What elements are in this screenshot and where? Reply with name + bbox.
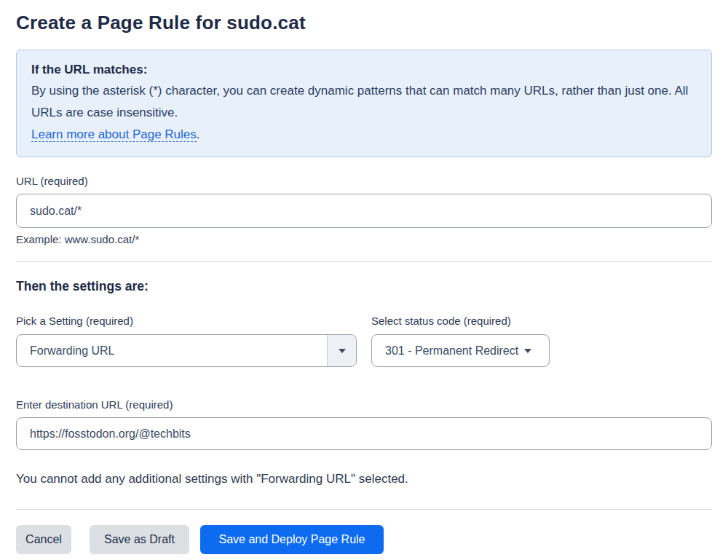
page-title: Create a Page Rule for sudo.cat [16,10,712,35]
setting-select-group: Pick a Setting (required) Forwarding URL [16,314,357,367]
settings-selects-row: Pick a Setting (required) Forwarding URL… [16,314,712,367]
status-select-label: Select status code (required) [371,314,550,328]
url-example-helper: Example: www.sudo.cat/* [16,233,712,245]
url-field-label: URL (required) [16,174,712,189]
page-rule-form: Create a Page Rule for sudo.cat If the U… [0,0,728,554]
chevron-down-icon [339,349,346,353]
setting-select-value: Forwarding URL [17,344,327,358]
section-divider-bottom [16,509,712,510]
url-input[interactable] [16,194,712,228]
save-and-deploy-button[interactable]: Save and Deploy Page Rule [200,525,384,554]
cancel-button[interactable]: Cancel [16,525,71,554]
url-match-info-panel: If the URL matches: By using the asteris… [16,50,712,157]
setting-select[interactable]: Forwarding URL [16,334,357,367]
chevron-down-icon [524,349,531,353]
link-suffix: . [197,127,200,141]
forwarding-url-note: You cannot add any additional settings w… [16,470,712,488]
footer-action-bar: Cancel Save as Draft Save and Deploy Pag… [16,525,712,554]
destination-field-label: Enter destination URL (required) [16,398,712,412]
settings-section-heading: Then the settings are: [16,277,712,295]
section-divider-top [16,261,712,262]
info-panel-body: By using the asterisk (*) character, you… [31,80,697,124]
setting-select-label: Pick a Setting (required) [16,314,357,328]
info-panel-heading: If the URL matches: [31,60,697,80]
status-code-select[interactable]: 301 - Permanent Redirect [371,334,550,367]
status-code-select-value: 301 - Permanent Redirect [372,344,524,358]
destination-url-input[interactable] [16,417,712,450]
learn-more-link[interactable]: Learn more about Page Rules [31,127,197,142]
setting-select-arrow-section[interactable] [327,335,356,366]
save-as-draft-button[interactable]: Save as Draft [90,525,189,554]
info-panel-link-line: Learn more about Page Rules. [31,124,697,146]
status-select-group: Select status code (required) 301 - Perm… [371,314,550,367]
